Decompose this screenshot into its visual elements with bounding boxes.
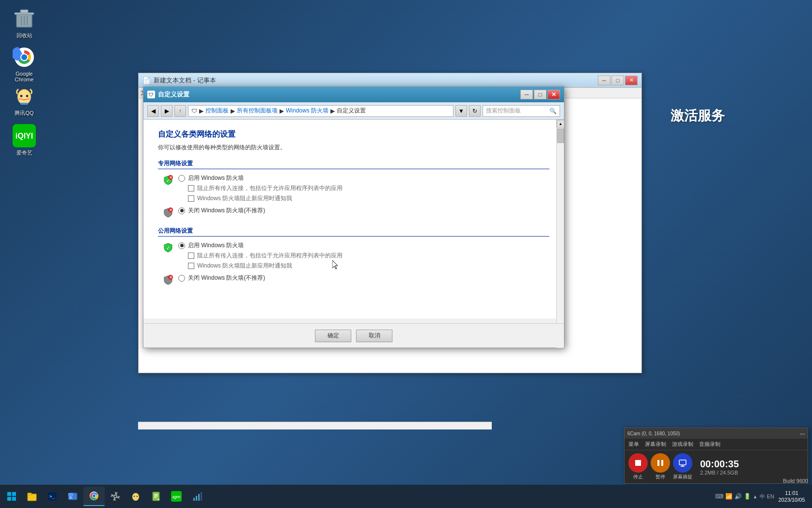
nav-up-button[interactable]: ↑ xyxy=(174,105,186,117)
svg-text:✕: ✕ xyxy=(169,208,172,212)
public-disable-radio[interactable]: 关闭 Windows 防火墙(不推荐) xyxy=(178,274,549,282)
dialog-controls: ─ □ ✕ xyxy=(520,90,560,99)
breadcrumb: 🛡 ▶ 控制面板 ▶ 所有控制面板项 ▶ Windows 防火墙 ▶ 自定义设置 xyxy=(188,105,453,117)
scrollbar-up-button[interactable]: ▲ xyxy=(557,120,564,127)
obs-stop-label: 停止 xyxy=(633,474,643,480)
breadcrumb-sep-2: ▶ xyxy=(231,108,235,114)
dialog-scrollbar[interactable]: ▲ ▼ xyxy=(556,120,564,349)
obs-stop-button[interactable]: 停止 xyxy=(628,453,648,480)
iqiyi-icon: iQIYI xyxy=(13,124,36,147)
obs-buttons: 停止 暂停 屏幕插捉 xyxy=(625,450,808,483)
svg-rect-43 xyxy=(69,497,73,498)
obs-titlebar: 6Cam (0, 0, 1680, 1050) — xyxy=(625,428,808,439)
obs-menu-item-screen-record[interactable]: 屏幕录制 xyxy=(645,441,666,448)
private-block-checkbox[interactable] xyxy=(188,185,194,191)
taskbar-notepad-button[interactable]: + xyxy=(146,487,166,506)
public-enable-row: ✓ 启用 Windows 防火墙 阻止所有传入连接，包括位于允许应用程序列表中的… xyxy=(158,241,549,272)
breadcrumb-all-items[interactable]: 所有控制面板项 xyxy=(237,107,278,115)
obs-menu-item-audio-record[interactable]: 音频录制 xyxy=(699,441,720,448)
svg-rect-62 xyxy=(201,492,202,501)
svg-rect-37 xyxy=(28,493,31,495)
taskbar-explorer-button[interactable] xyxy=(63,487,82,506)
obs-menu-item-menu[interactable]: 菜单 xyxy=(628,441,639,448)
taskbar-network-button[interactable] xyxy=(187,487,206,506)
public-enable-radio[interactable]: 启用 Windows 防火墙 xyxy=(178,241,549,250)
iqiyi-label: 爱奇艺 xyxy=(16,149,32,157)
dialog-minimize-button[interactable]: ─ xyxy=(520,90,533,99)
svg-point-47 xyxy=(93,494,95,497)
dialog-close-button[interactable]: ✕ xyxy=(547,90,560,99)
tray-icon-4[interactable]: 🔋 xyxy=(744,493,751,500)
notepad-close-button[interactable]: ✕ xyxy=(625,76,638,85)
notepad-controls: ─ □ ✕ xyxy=(598,76,638,85)
scrollbar-thumb[interactable] xyxy=(557,128,564,143)
private-enable-radio-circle[interactable] xyxy=(178,175,185,182)
taskbar-chrome-button[interactable] xyxy=(83,487,105,506)
dialog-titlebar: 🛡 自定义设置 ─ □ ✕ xyxy=(143,87,564,102)
dialog-maximize-button[interactable]: □ xyxy=(534,90,547,99)
dialog-title-left: 🛡 自定义设置 xyxy=(147,90,189,99)
ok-button[interactable]: 确定 xyxy=(315,330,351,342)
desktop-icon-recycle-bin[interactable]: 回收站 xyxy=(5,5,44,41)
nav-refresh-button[interactable]: ↻ xyxy=(469,105,481,117)
svg-point-14 xyxy=(27,98,30,100)
breadcrumb-current: 自定义设置 xyxy=(337,107,366,115)
public-enable-label: 启用 Windows 防火墙 xyxy=(188,241,244,250)
public-disable-label: 关闭 Windows 防火墙(不推荐) xyxy=(188,274,265,282)
svg-text:✕: ✕ xyxy=(169,275,172,280)
notepad-hscroll[interactable] xyxy=(138,422,492,429)
tray-icon-lang[interactable]: EN xyxy=(767,493,774,499)
nav-forward-button[interactable]: ▶ xyxy=(161,105,172,117)
private-notify-checkbox[interactable] xyxy=(188,195,194,202)
qq-icon xyxy=(13,84,36,108)
taskbar-settings-button[interactable] xyxy=(106,487,125,506)
taskbar-start-button[interactable] xyxy=(2,487,21,506)
dialog-body: 自定义各类网络的设置 你可以修改使用的每种类型的网络的防火墙设置。 专用网络设置… xyxy=(143,120,564,318)
notepad-title: 新建文本文档 - 记事本 xyxy=(154,76,216,85)
breadcrumb-control-panel[interactable]: 控制面板 xyxy=(205,107,229,115)
breadcrumb-firewall[interactable]: Windows 防火墙 xyxy=(286,107,328,115)
desktop-icon-qq[interactable]: 腾讯QQ xyxy=(5,82,44,119)
obs-pause-button[interactable]: 暂停 xyxy=(651,453,670,480)
clock-area[interactable]: 11:01 2023/10/05 xyxy=(777,490,806,504)
public-enable-radio-circle[interactable] xyxy=(178,242,185,249)
private-disable-radio[interactable]: 关闭 Windows 防火墙(不推荐) xyxy=(178,206,549,215)
public-disable-radio-circle[interactable] xyxy=(178,275,185,282)
desktop-icon-iqiyi[interactable]: iQIYI 爱奇艺 xyxy=(5,122,44,159)
public-block-checkbox[interactable] xyxy=(188,253,194,259)
notepad-minimize-button[interactable]: ─ xyxy=(598,76,610,85)
tray-icon-ime[interactable]: 中 xyxy=(760,493,765,500)
svg-point-13 xyxy=(18,98,21,100)
taskbar-iqiyi-button[interactable]: iQIYI xyxy=(167,487,186,506)
svg-rect-34 xyxy=(7,497,11,501)
nav-back-button[interactable]: ◀ xyxy=(147,105,159,117)
private-disable-radio-circle[interactable] xyxy=(178,207,185,214)
obs-screen-button[interactable]: 屏幕插捉 xyxy=(673,453,692,480)
svg-rect-60 xyxy=(196,496,197,501)
search-placeholder: 搜索控制面板 xyxy=(486,107,521,115)
breadcrumb-sep-1: ▶ xyxy=(199,108,203,114)
qq-label: 腾讯QQ xyxy=(15,110,33,117)
obs-screen-icon xyxy=(673,453,692,473)
build-text: Build 9600 xyxy=(783,478,808,484)
notepad-maximize-button[interactable]: □ xyxy=(611,76,624,85)
svg-point-48 xyxy=(114,495,117,498)
taskbar-qq-button[interactable] xyxy=(126,487,145,506)
obs-title: 6Cam (0, 0, 1680, 1050) xyxy=(627,431,680,436)
tray-icon-1[interactable]: ⌨ xyxy=(715,493,723,500)
desktop-icon-chrome[interactable]: GoogleChrome xyxy=(5,44,44,84)
taskbar-file-explorer-button[interactable] xyxy=(22,487,42,506)
search-bar[interactable]: 搜索控制面板 🔍 xyxy=(483,105,560,117)
private-enable-radio[interactable]: 启用 Windows 防火墙 xyxy=(178,174,549,182)
nav-dropdown-button[interactable]: ▼ xyxy=(455,105,467,117)
tray-icon-3[interactable]: 🔊 xyxy=(734,493,742,500)
obs-menu-item-game-record[interactable]: 游戏录制 xyxy=(672,441,693,448)
taskbar-powershell-button[interactable]: >_ xyxy=(43,487,62,506)
svg-point-8 xyxy=(21,54,27,60)
tray-hide-button[interactable]: ▲ xyxy=(753,494,758,499)
obs-close-icon[interactable]: — xyxy=(800,431,805,436)
tray-icon-2[interactable]: 📶 xyxy=(725,493,733,500)
public-notify-checkbox[interactable] xyxy=(188,263,194,269)
cancel-button[interactable]: 取消 xyxy=(356,330,392,342)
activation-text: 激活服务 xyxy=(671,107,725,125)
